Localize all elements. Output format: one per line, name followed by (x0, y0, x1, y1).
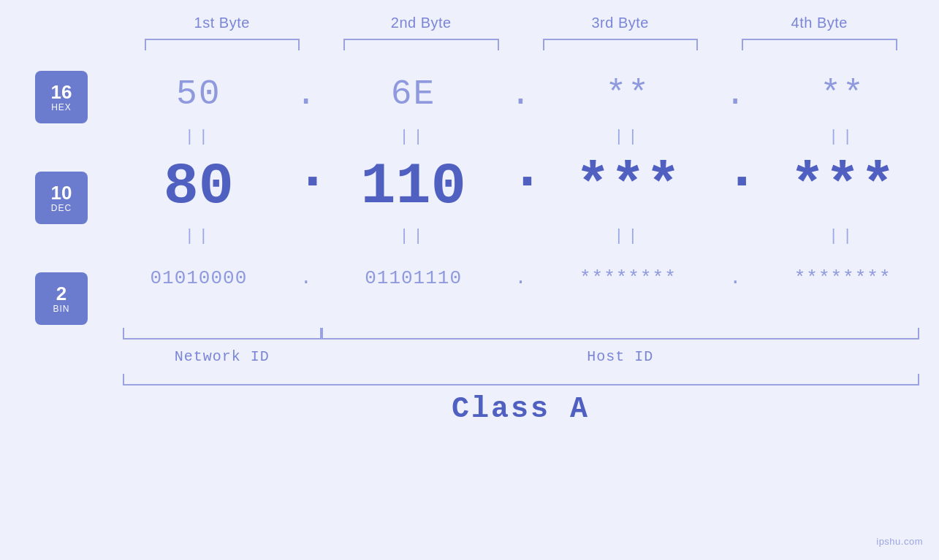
badge-bin-number: 2 (56, 283, 66, 304)
main-container: 1st Byte 2nd Byte 3rd Byte 4th Byte 16 H… (0, 0, 939, 560)
hex-dot-1: . (295, 74, 317, 114)
network-bracket (123, 328, 322, 340)
data-columns: 50 . 6E . ** . ** || || || || 80 (102, 58, 939, 325)
hex-dot-2: . (510, 74, 532, 114)
top-brackets-row (123, 39, 919, 52)
equals-1-3: || (532, 128, 725, 146)
equals-row-2: || || || || (102, 223, 939, 249)
bin-dot-1: . (295, 267, 317, 289)
equals-2-3: || (532, 227, 725, 245)
network-id-label: Network ID (123, 348, 322, 365)
bin-dot-3: . (724, 267, 746, 289)
hex-val-2: 6E (317, 74, 510, 114)
bottom-section: Network ID Host ID Class A (123, 328, 919, 426)
byte-label-3: 3rd Byte (521, 15, 721, 31)
dec-val-4: *** (746, 153, 939, 220)
host-id-label: Host ID (322, 348, 919, 365)
equals-2-4: || (746, 227, 939, 245)
labels-row: Network ID Host ID (123, 348, 919, 365)
dec-val-3: *** (532, 153, 725, 220)
bin-dot-2: . (510, 267, 532, 289)
badge-bin-label: BIN (53, 304, 69, 314)
byte-label-2: 2nd Byte (322, 15, 521, 31)
host-bracket (322, 328, 919, 340)
bracket-top-4 (720, 39, 919, 52)
content-area: 16 HEX 10 DEC 2 BIN 50 . 6E . ** . ** (0, 58, 939, 325)
bracket-top-2 (322, 39, 521, 52)
bottom-brackets (123, 328, 919, 342)
bin-row: 01010000 . 01101110 . ******** . *******… (102, 249, 939, 307)
hex-val-1: 50 (102, 74, 295, 114)
hex-row: 50 . 6E . ** . ** (102, 65, 939, 123)
badge-hex-label: HEX (51, 102, 72, 112)
hex-dot-3: . (724, 74, 746, 114)
badge-dec-label: DEC (51, 203, 72, 213)
dec-val-1: 80 (102, 153, 295, 220)
bin-val-4: ******** (746, 267, 939, 289)
byte-label-4: 4th Byte (720, 15, 919, 31)
dec-dot-3: . (724, 126, 746, 223)
byte-labels-row: 1st Byte 2nd Byte 3rd Byte 4th Byte (123, 15, 919, 31)
equals-2-2: || (317, 227, 510, 245)
badge-hex: 16 HEX (35, 71, 88, 123)
bin-val-3: ******** (532, 267, 725, 289)
equals-1-1: || (102, 128, 295, 146)
bin-val-1: 01010000 (102, 267, 295, 289)
badge-dec-number: 10 (51, 183, 72, 204)
class-label: Class A (123, 393, 919, 426)
dec-dot-2: . (510, 126, 532, 223)
dec-dot-1: . (295, 126, 317, 223)
bracket-top-1 (123, 39, 322, 52)
hex-val-4: ** (746, 74, 939, 114)
badge-column: 16 HEX 10 DEC 2 BIN (0, 58, 102, 325)
byte-label-1: 1st Byte (123, 15, 322, 31)
dec-row: 80 . 110 . *** . *** (102, 150, 939, 223)
equals-2-1: || (102, 227, 295, 245)
watermark: ipshu.com (876, 536, 923, 547)
equals-1-4: || (746, 128, 939, 146)
big-bracket (123, 374, 919, 386)
badge-bin: 2 BIN (35, 272, 88, 325)
bracket-top-3 (521, 39, 721, 52)
badge-dec: 10 DEC (35, 172, 88, 224)
bin-val-2: 01101110 (317, 267, 510, 289)
hex-val-3: ** (532, 74, 725, 114)
badge-hex-number: 16 (51, 82, 72, 103)
dec-val-2: 110 (317, 153, 510, 220)
equals-1-2: || (317, 128, 510, 146)
